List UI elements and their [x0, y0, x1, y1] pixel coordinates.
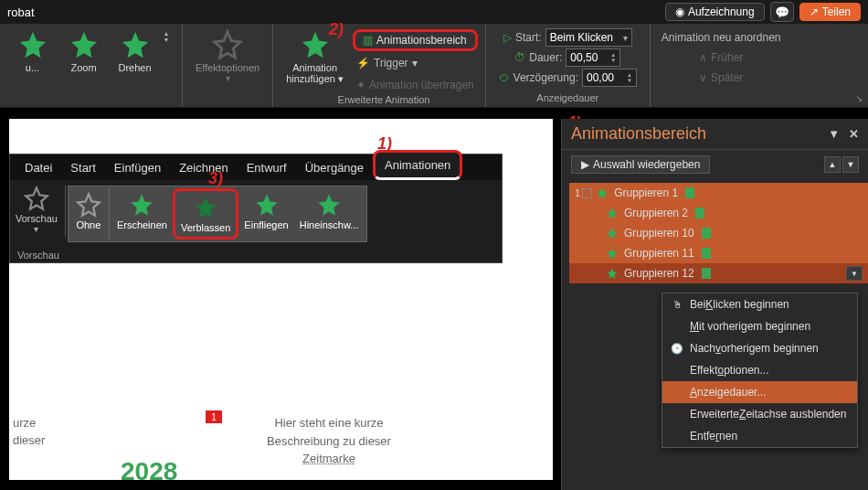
anim-list-item[interactable]: 1 Gruppieren 1	[569, 183, 868, 203]
marker-1: 1)	[377, 134, 392, 154]
pane-close-icon[interactable]: ✕	[849, 127, 859, 141]
slide-desc-line: Beschreibung zu dieser	[267, 434, 391, 448]
tab-einfuegen[interactable]: Einfügen	[105, 155, 170, 180]
inset-tabs: Datei Start Einfügen Zeichnen Entwurf Üb…	[10, 154, 502, 180]
trigger-icon	[582, 188, 592, 198]
move-earlier-button[interactable]: ∧Früher	[695, 48, 746, 68]
inset-ribbon-screenshot: 1) Datei Start Einfügen Zeichnen Entwurf…	[9, 154, 503, 263]
anim-list-item-selected[interactable]: Gruppieren 12 ▼	[569, 263, 868, 283]
gallery-ohne[interactable]: Ohne	[70, 188, 107, 240]
tab-zeichnen[interactable]: Zeichnen	[170, 155, 237, 180]
timing-bar	[685, 187, 694, 198]
anim-gallery-item[interactable]: u...	[10, 27, 56, 75]
ctx-with-previous[interactable]: Mit vorherigem beginnen	[662, 315, 857, 337]
marker-2: 2)	[329, 20, 344, 39]
ctx-hide-timeline[interactable]: Erweiterte Zeitachse ausblenden	[662, 403, 857, 425]
animation-gallery: Ohne Erscheinen Verblassen Einfliegen	[68, 186, 367, 242]
tab-entwurf[interactable]: Entwurf	[238, 155, 296, 180]
dialog-launcher-icon[interactable]: ↘	[855, 93, 863, 103]
ctx-after-previous[interactable]: 🕒Nach vorherigem beginnen	[662, 337, 857, 359]
mouse-click-icon: 🖱	[670, 299, 684, 310]
slide-desc-line: Zeitmarke	[302, 452, 355, 465]
gallery-verblassen[interactable]: Verblassen	[173, 188, 238, 240]
ctx-on-click[interactable]: 🖱Bei Klicken beginnen	[662, 293, 857, 315]
effect-options-group: Effektoptionen ▾	[183, 24, 273, 107]
ctx-effect-options[interactable]: Effektoptionen...	[662, 359, 857, 381]
marker-3: 3)	[208, 169, 223, 188]
preview-group-label: Vorschau	[10, 248, 502, 262]
move-later-button[interactable]: ∨Später	[695, 68, 746, 88]
tab-start[interactable]: Start	[61, 155, 104, 180]
duration-input[interactable]: 00,50▲▼	[566, 48, 620, 67]
pane-menu-icon[interactable]: ▼	[828, 127, 840, 141]
clock-icon: 🕒	[670, 343, 684, 355]
anim-list-item[interactable]: Gruppieren 10	[569, 223, 868, 243]
animation-painter-button[interactable]: ✦Animation übertragen	[353, 75, 478, 95]
record-button[interactable]: ◉Aufzeichnung	[665, 3, 765, 21]
move-down-button[interactable]: ▼	[842, 156, 859, 173]
move-up-button[interactable]: ▲	[824, 156, 841, 173]
anim-list-item[interactable]: Gruppieren 11	[569, 243, 868, 263]
tab-uebergaenge[interactable]: Übergänge	[296, 155, 373, 180]
play-selection-button[interactable]: ▶Auswahl wiedergeben	[571, 155, 710, 174]
duration-row: ⏱Dauer: 00,50▲▼	[511, 48, 624, 68]
animation-context-menu: 🖱Bei Klicken beginnen Mit vorherigem beg…	[662, 293, 858, 448]
item-dropdown-icon[interactable]: ▼	[846, 266, 863, 281]
animation-pane-title: Animationsbereich	[571, 124, 706, 144]
start-select[interactable]: Beim Klicken▾	[545, 28, 632, 47]
delay-row: ⏲Verzögerung: 00,00▲▼	[495, 68, 640, 88]
anim-gallery-item-zoom[interactable]: Zoom	[61, 27, 107, 75]
share-button[interactable]: ↗Teilen	[799, 3, 861, 21]
gallery-hineinschweben[interactable]: Hineinschw...	[294, 188, 365, 240]
delay-input[interactable]: 00,00▲▼	[582, 69, 637, 87]
animation-list: 1 Gruppieren 1 Gruppieren 2 Gruppieren 1…	[569, 183, 868, 283]
gallery-expand-icon[interactable]: ▲▼	[164, 27, 173, 46]
comment-button[interactable]: 💬	[770, 2, 794, 22]
slide-year: 2028	[121, 457, 177, 486]
ctx-timing[interactable]: Anzeigedauer...	[662, 381, 857, 403]
preview-button[interactable]: Vorschau ▾	[16, 186, 58, 234]
slide-text-fragment: urze	[13, 414, 36, 432]
slide-text-fragment: dieser	[13, 431, 45, 450]
reorder-label: Animation neu anordnen	[658, 27, 785, 48]
title-bar: robat ◉Aufzeichnung 💬 ↗Teilen	[0, 0, 868, 24]
start-row: ▷Start: Beim Klicken▾	[500, 27, 636, 48]
gallery-einfliegen[interactable]: Einfliegen	[238, 188, 293, 240]
anim-list-item[interactable]: Gruppieren 2	[569, 203, 868, 223]
tab-animationen[interactable]: Animationen	[373, 150, 462, 180]
tab-datei[interactable]: Datei	[16, 155, 61, 180]
ctx-remove[interactable]: Entfernen	[662, 425, 857, 447]
gallery-erscheinen[interactable]: Erscheinen	[111, 188, 173, 240]
trigger-button[interactable]: ⚡Trigger ▾	[353, 53, 478, 73]
anim-gallery-item-drehen[interactable]: Drehen	[112, 27, 158, 75]
animation-number-badge[interactable]: 1	[206, 410, 222, 423]
app-title-fragment: robat	[7, 5, 35, 19]
animation-pane-button[interactable]: ▥Animationsbereich	[353, 29, 478, 51]
effect-options-button[interactable]: Effektoptionen ▾	[190, 27, 265, 85]
ribbon-animations: u... Zoom Drehen ▲▼ Effektoptionen ▾ Ani…	[0, 24, 868, 108]
slide-desc-line: Hier steht eine kurze	[274, 416, 383, 430]
